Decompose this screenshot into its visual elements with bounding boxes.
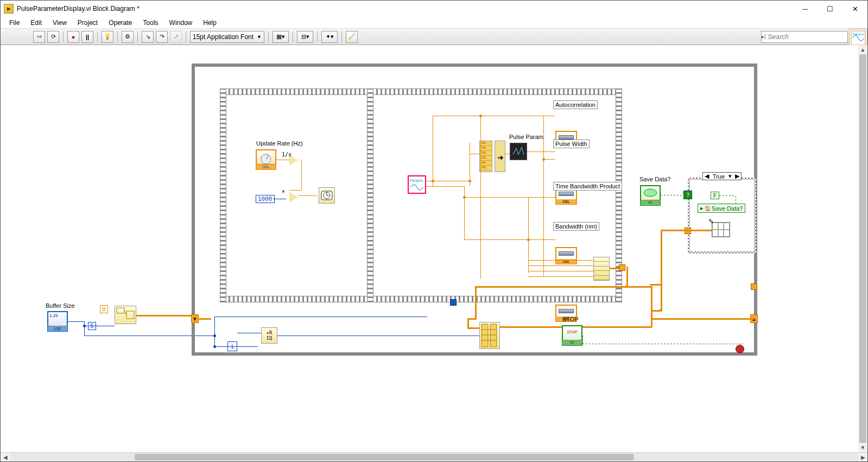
svg-rect-3 (126, 311, 134, 319)
align-button[interactable]: ▦▾ (273, 31, 289, 43)
run-button[interactable]: ⇨ (33, 31, 45, 43)
distribute-button[interactable]: ⊟▾ (297, 31, 313, 43)
menu-file[interactable]: File (4, 18, 25, 28)
app-window: PulseParameterDisplay.vi Block Diagram *… (0, 0, 868, 462)
film-border (220, 88, 226, 302)
scrollbar-thumb[interactable] (859, 54, 866, 443)
quotient-remainder-function[interactable]: ÷R IQ (261, 327, 277, 344)
build-array-function[interactable] (593, 257, 610, 281)
close-button[interactable]: ✕ (842, 1, 867, 17)
tunnel[interactable] (751, 283, 757, 290)
autocorrelation-label: Autocorrelation (553, 100, 598, 109)
wire (276, 160, 289, 160)
font-selector[interactable]: 15pt Application Font ▼ (190, 31, 264, 43)
pulse-param-subvi[interactable] (510, 143, 527, 160)
time-bw-indicator[interactable]: DBL (555, 247, 577, 264)
junction (432, 180, 434, 182)
while-loop[interactable]: ▼ ▲ i ÷R IQ (192, 64, 757, 356)
seq-tunnel[interactable] (619, 264, 625, 271)
update-rate-control[interactable]: DBL (256, 149, 276, 170)
case-selector-terminal[interactable]: ? (683, 191, 692, 199)
loop-condition-terminal[interactable] (736, 345, 744, 353)
wire (528, 260, 593, 261)
wire (298, 195, 318, 196)
scrollbar-thumb[interactable] (135, 454, 634, 460)
retain-wires-button[interactable]: ⚙ (122, 31, 134, 43)
svg-rect-16 (511, 144, 526, 159)
reorder-button[interactable]: ✦▾ (321, 31, 338, 43)
wait-ms-function[interactable] (319, 187, 335, 204)
reciprocal-function[interactable]: 1/x (289, 155, 298, 166)
menu-view[interactable]: View (47, 18, 72, 28)
vi-icon[interactable]: Params (849, 29, 867, 47)
stop-label: STOP (561, 315, 580, 323)
pulse-param-label: Pulse Param (508, 133, 545, 141)
search-box[interactable]: ▸| 🔍 (761, 31, 848, 43)
junction (468, 180, 471, 182)
labview-icon (4, 4, 14, 14)
wire (528, 197, 529, 273)
init-array-function[interactable] (115, 306, 136, 324)
case-selector[interactable]: ◀ True ▾ ▶ (702, 172, 742, 180)
wire (277, 336, 480, 336)
replace-array-function[interactable] (479, 322, 500, 349)
wire (475, 286, 477, 320)
case-structure[interactable]: ◀ True ▾ ▶ ? F ▸ 🏠 Save Data? (688, 178, 756, 254)
abort-button[interactable]: ● (67, 31, 79, 43)
const-1000[interactable]: 1000 (256, 195, 275, 203)
unbundle-function[interactable]: DBLDBLDBLDBLDBLDBL (479, 141, 492, 172)
menu-window[interactable]: Window (164, 18, 198, 28)
junction (527, 238, 530, 241)
wire (582, 335, 583, 344)
stop-control[interactable]: STOP TF (562, 325, 582, 346)
const-zero[interactable]: 0 (100, 305, 108, 313)
cluster-to-array[interactable]: ➜ (495, 141, 505, 172)
search-input[interactable] (766, 33, 852, 41)
buffer-size-control[interactable]: 1.23 U32 (47, 311, 68, 332)
minimize-button[interactable]: ─ (793, 1, 818, 17)
step-over-button[interactable]: ↷ (156, 31, 168, 43)
menu-edit[interactable]: Edit (25, 18, 47, 28)
scroll-down-icon[interactable]: ▼ (858, 443, 867, 452)
wire (688, 230, 712, 231)
film-border (220, 296, 622, 302)
highlight-exec-button[interactable]: 💡 (102, 31, 113, 43)
wire (214, 317, 215, 346)
menu-operate[interactable]: Operate (103, 18, 137, 28)
false-constant[interactable]: F (711, 192, 719, 199)
save-data-local-variable[interactable]: ▸ 🏠 Save Data? (698, 204, 745, 213)
titlebar: PulseParameterDisplay.vi Block Diagram *… (1, 1, 867, 17)
menu-tools[interactable]: Tools (138, 18, 164, 28)
wire (527, 151, 555, 152)
pencil-icon: ✎ (708, 218, 714, 225)
junction (83, 325, 86, 327)
multiply-function[interactable]: × (289, 192, 298, 202)
block-diagram-canvas[interactable]: Buffer Size 1.23 U32 0 5 ▼ ▲ (1, 45, 867, 452)
menu-help[interactable]: Help (198, 18, 222, 28)
maximize-button[interactable]: ☐ (818, 1, 842, 17)
shift-register-left[interactable]: ▼ (191, 314, 199, 323)
pause-button[interactable]: || (81, 31, 93, 43)
wire (470, 154, 479, 154)
params-subvi[interactable]: Params (408, 175, 426, 194)
flat-sequence[interactable]: Update Rate (Hz) DBL 1/x 1000 × (219, 87, 623, 303)
scroll-right-icon[interactable]: ▶ (858, 453, 867, 461)
case-next[interactable]: ▶ (733, 173, 741, 180)
vertical-scrollbar[interactable]: ▲ ▼ (858, 45, 867, 452)
step-into-button[interactable]: ↘ (142, 31, 154, 43)
case-dropdown[interactable]: ▾ (727, 173, 733, 180)
font-label: 15pt Application Font (193, 33, 254, 41)
run-continuous-button[interactable]: ⟳ (47, 31, 59, 43)
film-border (220, 88, 622, 95)
save-data-control[interactable]: TF (640, 185, 661, 206)
scroll-up-icon[interactable]: ▲ (858, 45, 867, 54)
write-file-function[interactable] (712, 222, 730, 237)
menu-project[interactable]: Project (72, 18, 103, 28)
case-prev[interactable]: ◀ (703, 173, 711, 180)
scroll-left-icon[interactable]: ◀ (1, 453, 10, 461)
wire (214, 317, 427, 317)
step-out-button[interactable]: ↗ (170, 31, 182, 43)
horizontal-scrollbar[interactable]: ◀ ▶ (1, 452, 867, 461)
cleanup-button[interactable]: 🧹 (346, 31, 358, 43)
svg-point-17 (644, 189, 657, 197)
